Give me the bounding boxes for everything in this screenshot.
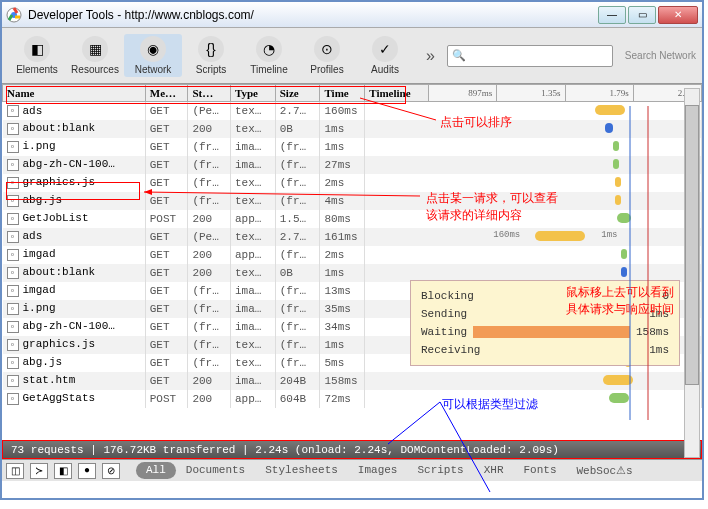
request-row[interactable]: ▫about:blankGET200tex…0B1ms <box>3 120 702 138</box>
search-icon: 🔍 <box>452 49 466 62</box>
request-row[interactable]: ▫abg.jsGET(fr…tex…(fr…4ms <box>3 192 702 210</box>
file-icon: ▫ <box>7 249 19 261</box>
search-box[interactable]: 🔍 <box>447 45 613 67</box>
timing-bar[interactable] <box>615 177 621 187</box>
scripts-icon: {} <box>198 36 224 62</box>
tool-label: Scripts <box>196 64 227 75</box>
timing-bar[interactable] <box>617 213 631 223</box>
request-row[interactable]: ▫about:blankGET200tex…0B1ms <box>3 264 702 282</box>
tool-audits[interactable]: ✓Audits <box>356 34 414 77</box>
col-type[interactable]: Type <box>230 85 275 102</box>
col-st[interactable]: St… <box>188 85 231 102</box>
tool-label: Audits <box>371 64 399 75</box>
request-row[interactable]: ▫adsGET(Pe…tex…2.7…160ms <box>3 102 702 120</box>
file-icon: ▫ <box>7 213 19 225</box>
tool-label: Timeline <box>250 64 287 75</box>
chrome-icon <box>6 7 22 23</box>
timeline-tick: 1.79s <box>565 85 633 102</box>
minimize-button[interactable]: — <box>598 6 626 24</box>
timing-bar[interactable] <box>535 231 585 241</box>
file-icon: ▫ <box>7 375 19 387</box>
tooltip-row: Blocking0 <box>421 287 669 305</box>
timeline-icon: ◔ <box>256 36 282 62</box>
file-icon: ▫ <box>7 393 19 405</box>
timing-bar[interactable] <box>615 195 621 205</box>
timing-bar[interactable] <box>613 141 619 151</box>
request-row[interactable]: ▫GetAggStatsPOST200app…604B72ms <box>3 390 702 408</box>
timing-bar[interactable] <box>613 159 619 169</box>
timing-bar[interactable] <box>603 375 633 385</box>
col-time[interactable]: Time <box>320 85 365 102</box>
file-icon: ▫ <box>7 321 19 333</box>
undock-icon[interactable]: ◧ <box>54 463 72 479</box>
maximize-button[interactable]: ▭ <box>628 6 656 24</box>
window-title: Developer Tools - http://www.cnblogs.com… <box>28 8 598 22</box>
col-timeline[interactable]: Timeline <box>365 85 429 102</box>
request-row[interactable]: ▫adsGET(Pe…tex…2.7…161ms160ms1ms <box>3 228 702 246</box>
footer-toolbar: ◫ ≻ ◧ ● ⊘ AllDocumentsStylesheetsImagesS… <box>2 459 702 481</box>
file-icon: ▫ <box>7 285 19 297</box>
tool-timeline[interactable]: ◔Timeline <box>240 34 298 77</box>
file-icon: ▫ <box>7 267 19 279</box>
file-icon: ▫ <box>7 177 19 189</box>
timing-bar[interactable] <box>595 105 625 115</box>
tool-scripts[interactable]: {}Scripts <box>182 34 240 77</box>
file-icon: ▫ <box>7 303 19 315</box>
filter-websoc⚠s[interactable]: WebSoc⚠s <box>567 462 643 479</box>
vertical-scrollbar[interactable] <box>684 88 700 458</box>
timing-bar[interactable] <box>609 393 629 403</box>
search-input[interactable] <box>466 50 608 62</box>
filter-scripts[interactable]: Scripts <box>407 462 473 479</box>
tool-label: Resources <box>71 64 119 75</box>
timing-bar[interactable] <box>621 267 627 277</box>
filter-all[interactable]: All <box>136 462 176 479</box>
timeline-tick: 897ms <box>429 85 497 102</box>
titlebar[interactable]: Developer Tools - http://www.cnblogs.com… <box>2 2 702 28</box>
audits-icon: ✓ <box>372 36 398 62</box>
tool-resources[interactable]: ▦Resources <box>66 34 124 77</box>
request-row[interactable]: ▫i.pngGET(fr…ima…(fr…1ms <box>3 138 702 156</box>
tooltip-row: Sending1ms <box>421 305 669 323</box>
col-name[interactable]: Name <box>3 85 146 102</box>
status-bar: 73 requests | 176.72KB transferred | 2.2… <box>2 440 702 459</box>
filter-fonts[interactable]: Fonts <box>514 462 567 479</box>
profiles-icon: ⊙ <box>314 36 340 62</box>
timing-bar[interactable] <box>605 123 613 133</box>
filter-xhr[interactable]: XHR <box>474 462 514 479</box>
tool-network[interactable]: ◉Network <box>124 34 182 77</box>
file-icon: ▫ <box>7 105 19 117</box>
console-icon[interactable]: ≻ <box>30 463 48 479</box>
filter-images[interactable]: Images <box>348 462 408 479</box>
col-me[interactable]: Me… <box>145 85 188 102</box>
clear-icon[interactable]: ⊘ <box>102 463 120 479</box>
column-headers[interactable]: NameMe…St…TypeSizeTimeTimeline897ms1.35s… <box>3 85 702 102</box>
close-button[interactable]: ✕ <box>658 6 698 24</box>
tool-label: Network <box>135 64 172 75</box>
filter-documents[interactable]: Documents <box>176 462 255 479</box>
record-icon[interactable]: ● <box>78 463 96 479</box>
timeline-tick: 1.35s <box>497 85 565 102</box>
scroll-thumb[interactable] <box>685 105 699 385</box>
tooltip-row: Receiving1ms <box>421 341 669 359</box>
more-panels-icon[interactable]: » <box>418 47 443 65</box>
filter-stylesheets[interactable]: Stylesheets <box>255 462 348 479</box>
col-size[interactable]: Size <box>275 85 320 102</box>
request-row[interactable]: ▫graphics.jsGET(fr…tex…(fr…2ms <box>3 174 702 192</box>
search-hint: Search Network <box>625 50 696 61</box>
request-row[interactable]: ▫imgadGET200app…(fr…2ms <box>3 246 702 264</box>
tooltip-row: Waiting158ms <box>421 323 669 341</box>
request-row[interactable]: ▫GetJobListPOST200app…1.5…80ms <box>3 210 702 228</box>
file-icon: ▫ <box>7 231 19 243</box>
file-icon: ▫ <box>7 357 19 369</box>
file-icon: ▫ <box>7 141 19 153</box>
request-row[interactable]: ▫stat.htmGET200ima…204B158ms <box>3 372 702 390</box>
filter-bar: AllDocumentsStylesheetsImagesScriptsXHRF… <box>136 462 643 479</box>
file-icon: ▫ <box>7 123 19 135</box>
request-row[interactable]: ▫abg-zh-CN-100…GET(fr…ima…(fr…27ms <box>3 156 702 174</box>
dock-icon[interactable]: ◫ <box>6 463 24 479</box>
timing-bar[interactable] <box>621 249 627 259</box>
network-table: NameMe…St…TypeSizeTimeTimeline897ms1.35s… <box>2 84 702 440</box>
tool-elements[interactable]: ◧Elements <box>8 34 66 77</box>
file-icon: ▫ <box>7 159 19 171</box>
tool-profiles[interactable]: ⊙Profiles <box>298 34 356 77</box>
